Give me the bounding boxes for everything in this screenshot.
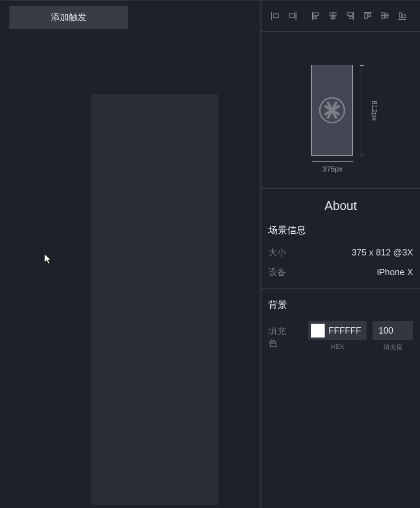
svg-rect-20 <box>399 13 402 18</box>
about-section: About 场景信息 大小 375 x 812 @3X 设备 iPhone X <box>261 189 420 289</box>
svg-rect-0 <box>271 12 272 20</box>
inspector-panel: 812px 375px About 场景信息 大小 375 x 812 @3X … <box>260 0 420 508</box>
device-value: iPhone X <box>377 267 413 278</box>
align-left2-icon[interactable] <box>308 8 324 24</box>
placeholder-icon <box>319 97 345 124</box>
svg-rect-21 <box>403 15 405 18</box>
scene-info-header: 场景信息 <box>268 224 413 237</box>
fill-inputs: FFFFFF HEX 100 填充度 <box>308 321 413 352</box>
height-label: 812px <box>371 100 379 121</box>
background-header: 背景 <box>268 298 413 311</box>
align-right2-icon[interactable] <box>342 8 358 24</box>
svg-rect-2 <box>295 12 296 20</box>
toolbar-separator <box>304 10 304 21</box>
preview-section: 812px 375px <box>261 32 420 189</box>
device-row: 设备 iPhone X <box>268 266 413 278</box>
left-panel: 添加触发 <box>0 0 260 508</box>
fill-row: 填充色 FFFFFF HEX 100 填充度 <box>268 321 413 352</box>
align-hcenter-icon[interactable] <box>325 8 341 24</box>
svg-rect-12 <box>349 16 352 19</box>
align-left-icon[interactable] <box>267 8 283 24</box>
svg-rect-11 <box>347 13 352 15</box>
fill-label: 填充色 <box>268 321 294 349</box>
cursor-icon <box>44 254 53 265</box>
align-toolbar <box>261 0 420 32</box>
hex-value[interactable]: FFFFFF <box>329 326 364 336</box>
align-bottom-icon[interactable] <box>394 8 410 24</box>
about-title: About <box>268 199 413 213</box>
canvas-artboard[interactable] <box>91 94 218 505</box>
svg-rect-13 <box>364 12 372 13</box>
opacity-caption: 填充度 <box>383 343 403 352</box>
background-section: 背景 填充色 FFFFFF HEX 100 填充度 <box>261 289 420 362</box>
align-top-icon[interactable] <box>360 8 376 24</box>
svg-rect-6 <box>314 16 317 19</box>
opacity-group: 100 填充度 <box>373 321 413 352</box>
device-label: 设备 <box>268 266 286 278</box>
dimension-width: 375px <box>312 161 353 173</box>
hex-group: FFFFFF HEX <box>308 321 367 350</box>
svg-rect-15 <box>368 14 371 17</box>
svg-rect-1 <box>273 14 278 18</box>
svg-rect-14 <box>365 14 367 19</box>
svg-rect-10 <box>353 12 354 20</box>
width-label: 375px <box>323 165 343 173</box>
svg-rect-3 <box>290 14 294 18</box>
dimension-height: 812px <box>362 65 362 156</box>
size-row: 大小 375 x 812 @3X <box>268 247 413 258</box>
svg-rect-19 <box>398 19 406 20</box>
align-vcenter-icon[interactable] <box>377 8 393 24</box>
color-swatch[interactable] <box>311 324 325 338</box>
hex-input-box[interactable]: FFFFFF <box>308 321 367 340</box>
add-trigger-tab[interactable]: 添加触发 <box>9 6 128 29</box>
size-label: 大小 <box>268 247 286 258</box>
align-right-icon[interactable] <box>285 8 300 24</box>
tab-bar: 添加触发 <box>0 0 260 29</box>
svg-rect-5 <box>314 13 319 15</box>
size-value: 375 x 812 @3X <box>352 248 413 258</box>
opacity-input[interactable]: 100 <box>373 321 413 340</box>
hex-caption: HEX <box>331 343 344 350</box>
svg-rect-4 <box>312 12 313 20</box>
device-preview[interactable]: 812px 375px <box>311 65 353 156</box>
